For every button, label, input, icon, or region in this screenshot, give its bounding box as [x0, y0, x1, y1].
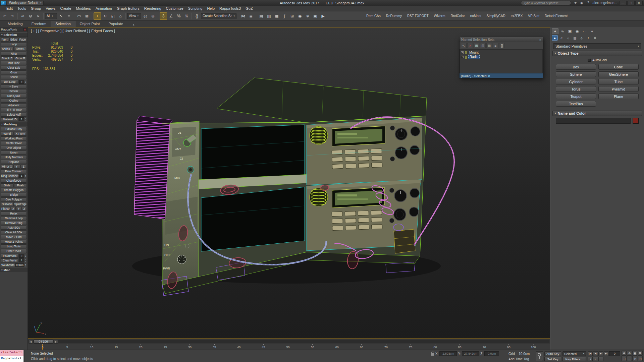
adjacent-button[interactable]: Adjacent [1, 103, 27, 107]
add-time-tag[interactable]: Add Time Tag [508, 357, 529, 361]
geosphere-button[interactable]: GeoSphere [598, 71, 639, 77]
current-frame-field[interactable]: 0 [609, 351, 620, 356]
delete-set-icon[interactable]: × [467, 43, 473, 48]
other-tools-button[interactable]: Other Tools [1, 249, 27, 253]
weldverts-button[interactable]: WeldVerts [1, 263, 15, 267]
auto-key-button[interactable]: Auto Key [544, 351, 561, 356]
tube-button[interactable]: Tube [598, 79, 639, 84]
clear-all-sgs-button[interactable]: Clear All SGs [1, 230, 27, 234]
dot-loop-value[interactable]: 3 [19, 80, 24, 84]
go-to-start-button[interactable]: |◀ [588, 351, 593, 356]
listener-line[interactable]: RappaTools3. [0, 356, 23, 362]
spin-down-icon[interactable]: ▾ [24, 260, 27, 262]
viewport-label-segment-1[interactable]: [ Perspective ] [38, 29, 62, 33]
tab-freeform[interactable]: Freeform [27, 21, 51, 27]
rem-cas-button[interactable]: Rem CAs [364, 12, 383, 20]
select-object-icon[interactable]: ↖ [57, 12, 65, 20]
layer-manager-icon[interactable]: ▤ [258, 12, 265, 20]
unlink-selection-icon[interactable]: ⊘ [27, 12, 34, 20]
maxscript-mini-listener[interactable]: clearSelecti RappaTools3. [0, 350, 23, 362]
next-key-button[interactable]: ▸ [593, 357, 598, 361]
selection-set-row[interactable]: +{}Mount [461, 50, 541, 55]
time-slider[interactable]: ◀ 0 / 100 ▶ [28, 339, 550, 344]
geometry-category[interactable]: ● [552, 35, 558, 41]
face-button[interactable]: Face [18, 38, 27, 42]
material-id-spinner[interactable]: ▴▾ [24, 117, 27, 121]
use-pivot-center-icon[interactable]: ◎ [142, 12, 149, 20]
pyramid-button[interactable]: Pyramid [598, 86, 639, 92]
selection-filter-dropdown[interactable]: All▾ [45, 13, 57, 19]
snap-toggle-3d-icon[interactable]: 3 [160, 12, 167, 20]
menu-group[interactable]: Group [29, 6, 44, 11]
ring-connect-spinner[interactable]: ▴▾ [24, 174, 27, 178]
cylinder-button[interactable]: Cylinder [556, 79, 596, 84]
cone-button[interactable]: Cone [598, 64, 639, 70]
insertverts-value[interactable]: 2 [19, 254, 24, 258]
ex2fbx-button[interactable]: ex2FBX [508, 12, 526, 20]
select-and-scale-icon[interactable]: ◱ [109, 12, 116, 20]
cleanverts-value[interactable]: 1 [19, 258, 24, 262]
menu-modifiers[interactable]: Modifiers [73, 6, 93, 11]
tab-populate[interactable]: Populate [104, 21, 127, 27]
weldverts-value[interactable]: 0.5cm [15, 263, 24, 267]
zoom-region-icon[interactable]: ▢ [622, 356, 627, 361]
menu-rappatools3[interactable]: RappaTools3 [217, 6, 243, 11]
create-new-set-icon[interactable]: ↖ [461, 43, 467, 48]
teapot-button[interactable]: Teapot [556, 94, 596, 99]
ring-button[interactable]: Ring [1, 52, 27, 56]
ring-connect-button[interactable]: Ring Connect [1, 174, 19, 178]
motion-tab[interactable]: ◉ [574, 28, 581, 34]
shapes-category[interactable]: ∂ [558, 35, 565, 41]
notification-icon[interactable]: ◉ [580, 1, 584, 5]
align-icon[interactable]: ≣ [247, 12, 255, 20]
tab-object-paint[interactable]: Object Paint [75, 21, 104, 27]
object-type-rollout-header[interactable]: ▾ Object Type [552, 51, 642, 56]
y-button[interactable]: Y [13, 165, 20, 169]
relax-button[interactable]: Relax [1, 212, 27, 216]
percent-snap-icon[interactable]: % [175, 12, 182, 20]
minimize-ribbon-icon[interactable]: ▴ [131, 22, 137, 27]
subtract-selected-from-set-icon[interactable]: ⊟ [480, 43, 486, 48]
orbit-icon[interactable]: ↻ [632, 356, 637, 361]
weldverts-spinner[interactable]: ▴▾ [24, 263, 27, 267]
spinner-snap-icon[interactable]: ⇅ [183, 12, 190, 20]
app-logo-icon[interactable]: 3 [1, 1, 6, 5]
selection-region-icon[interactable]: ▭ [75, 12, 83, 20]
viewport-label-segment-0[interactable]: [ + ] [31, 29, 37, 33]
rst-export-button[interactable]: RST EXPORT [405, 12, 431, 20]
systems-category[interactable]: ※ [592, 35, 598, 41]
non-quad-button[interactable]: Non Quad [1, 94, 27, 98]
textplus-button[interactable]: TextPlus [556, 101, 596, 107]
menu-graph-editors[interactable]: Graph Editors [114, 6, 142, 11]
rndcolor-button[interactable]: RndColor [448, 12, 467, 20]
planar-button[interactable]: Planar [1, 207, 10, 211]
select-and-move-icon[interactable]: + [94, 12, 101, 20]
selection-set-row[interactable]: +{}Radio [461, 55, 541, 59]
set-name-mount[interactable]: Mount [468, 51, 480, 54]
select-half-button[interactable]: Select Half [1, 113, 27, 117]
zoom-all-icon[interactable]: ⊜ [627, 351, 632, 356]
window-crossing-icon[interactable]: ⊠ [83, 12, 91, 20]
ring-connect-value[interactable]: 1 [19, 174, 24, 178]
cleanverts-button[interactable]: CleanVerts [1, 258, 19, 262]
simplifycad-button[interactable]: SimplifyCAD [484, 12, 508, 20]
redo-icon[interactable]: ↷ [9, 12, 16, 20]
x-button[interactable]: X [11, 207, 16, 211]
upper-radio[interactable] [307, 118, 422, 185]
x-coordinate-field[interactable]: 2.803cm [439, 351, 457, 356]
section-header-misc[interactable]: ▾Misc [0, 268, 28, 272]
geo-polygon-button[interactable]: Geo Polygon [1, 197, 27, 201]
insertverts-spinner[interactable]: ▴▾ [24, 254, 27, 258]
spin-down-icon[interactable]: ▾ [24, 82, 27, 83]
workspace-dropdown[interactable]: Workspace: Default ▾ [7, 1, 44, 5]
rendered-frame-icon[interactable]: ▣ [312, 12, 319, 20]
space-warps-category[interactable]: ≀ [585, 35, 591, 41]
menu-scripting[interactable]: Scripting [186, 6, 205, 11]
render-production-icon[interactable]: ▶ [319, 12, 327, 20]
edge-button[interactable]: Edge [9, 38, 18, 42]
viewport-label[interactable]: [ + ][ Perspective ][ User Defined ][ Ed… [31, 29, 116, 33]
vert-button[interactable]: Vert [1, 38, 9, 42]
nomats-button[interactable]: noMats [468, 12, 484, 20]
primitive-category-dropdown[interactable]: Standard Primitives ▾ [553, 43, 641, 49]
select-and-rotate-icon[interactable]: ↻ [101, 12, 109, 20]
